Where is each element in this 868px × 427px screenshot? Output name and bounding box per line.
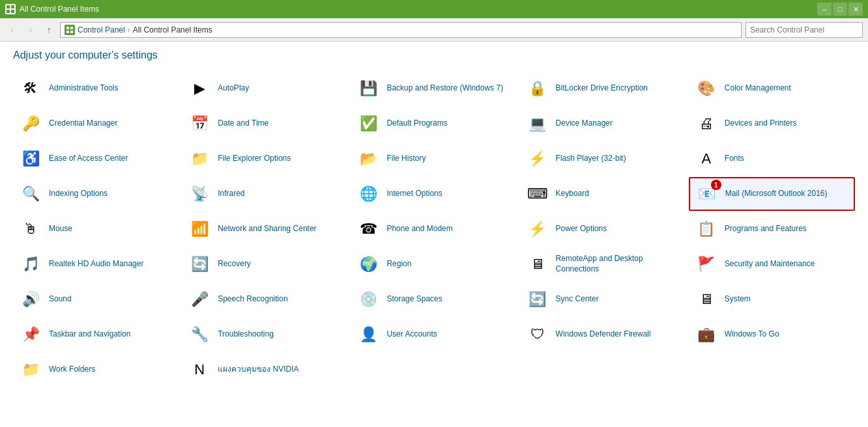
cp-item-realtek[interactable]: 🎵Realtek HD Audio Manager	[13, 247, 179, 281]
cp-label-fonts: Fonts	[725, 154, 744, 164]
cp-item-default-prog[interactable]: ✅Default Programs	[351, 107, 517, 141]
cp-item-troubleshoot[interactable]: 🔧Troubleshooting	[182, 318, 348, 351]
cp-label-autoplay: AutoPlay	[218, 83, 249, 94]
cp-item-keyboard[interactable]: ⌨Keyboard	[520, 177, 686, 211]
svg-rect-3	[11, 10, 14, 13]
cp-label-security: Security and Maintenance	[725, 259, 815, 269]
cp-item-device-mgr[interactable]: 💻Device Manager	[520, 107, 686, 141]
cp-icon-internet-opts: 🌐	[356, 182, 380, 206]
back-button[interactable]: ‹	[5, 23, 20, 37]
cp-item-speech[interactable]: 🎤Speech Recognition	[182, 282, 348, 316]
cp-item-file-history[interactable]: 📂File History	[351, 142, 517, 176]
cp-label-system: System	[725, 294, 751, 305]
cp-label-work-folders: Work Folders	[49, 365, 95, 375]
cp-label-default-prog: Default Programs	[386, 118, 447, 129]
cp-label-speech: Speech Recognition	[218, 294, 287, 305]
cp-item-region[interactable]: 🌍Region	[351, 247, 517, 281]
cp-icon-storage: 💿	[356, 288, 380, 311]
cp-icon-devices-printers: 🖨	[695, 112, 718, 135]
items-grid: 🛠Administrative Tools▶AutoPlay💾Backup an…	[13, 72, 855, 387]
cp-icon-file-explorer: 📁	[188, 147, 211, 171]
cp-item-phone-modem[interactable]: ☎Phone and Modem	[351, 212, 517, 246]
cp-item-ease-access[interactable]: ♿Ease of Access Center	[13, 142, 179, 176]
cp-label-windows-defender: Windows Defender Firewall	[556, 329, 651, 340]
cp-icon-work-folders: 📁	[19, 358, 42, 381]
cp-icon-autoplay: ▶	[188, 77, 211, 100]
cp-label-file-explorer: File Explorer Options	[218, 154, 291, 164]
cp-item-user-accts[interactable]: 👤User Accounts	[351, 318, 517, 351]
cp-icon-admin-tools: 🛠	[19, 77, 42, 100]
cp-icon-credential: 🔑	[19, 112, 42, 135]
cp-icon-speech: 🎤	[188, 288, 211, 311]
cp-item-backup[interactable]: 💾Backup and Restore (Windows 7)	[351, 72, 517, 105]
svg-rect-0	[7, 5, 10, 8]
cp-item-work-folders[interactable]: 📁Work Folders	[13, 353, 179, 387]
cp-item-internet-opts[interactable]: 🌐Internet Options	[351, 177, 517, 211]
cp-item-indexing[interactable]: 🔍Indexing Options	[13, 177, 179, 211]
cp-label-file-history: File History	[386, 154, 426, 164]
cp-label-power: Power Options	[556, 224, 607, 234]
breadcrumb-sep: ›	[128, 25, 130, 34]
cp-label-color-mgmt: Color Management	[725, 83, 791, 94]
svg-rect-5	[70, 27, 73, 29]
cp-icon-file-history: 📂	[356, 147, 380, 171]
cp-label-network: Network and Sharing Center	[218, 224, 316, 234]
cp-label-taskbar: Taskbar and Navigation	[49, 329, 130, 340]
cp-icon-region: 🌍	[356, 253, 380, 276]
svg-rect-6	[66, 31, 69, 33]
maximize-button[interactable]: □	[833, 3, 847, 16]
cp-icon-infrared: 📡	[188, 182, 211, 206]
cp-item-file-explorer[interactable]: 📁File Explorer Options	[182, 142, 348, 176]
cp-icon-ease-access: ♿	[19, 147, 42, 171]
cp-item-windows-defender[interactable]: 🛡Windows Defender Firewall	[520, 318, 686, 351]
cp-item-color-mgmt[interactable]: 🎨Color Management	[689, 72, 855, 105]
cp-item-recovery[interactable]: 🔄Recovery	[182, 247, 348, 281]
cp-item-windows-to-go[interactable]: 💼Windows To Go	[689, 318, 855, 351]
forward-button[interactable]: ›	[23, 23, 38, 37]
cp-icon-user-accts: 👤	[356, 323, 380, 346]
cp-icon-phone-modem: ☎	[356, 217, 380, 241]
cp-icon-sound: 🔊	[19, 288, 42, 311]
cp-item-infrared[interactable]: 📡Infrared	[182, 177, 348, 211]
cp-icon-realtek: 🎵	[19, 253, 42, 276]
cp-item-nvidia[interactable]: Nแผงควบคุมของ NVIDIA	[182, 353, 348, 387]
cp-icon-windows-to-go: 💼	[695, 323, 718, 346]
cp-item-mail[interactable]: 📧1Mail (Microsoft Outlook 2016)	[689, 177, 855, 211]
close-button[interactable]: ✕	[848, 3, 863, 16]
cp-icon-security: 🚩	[695, 253, 718, 276]
cp-item-sound[interactable]: 🔊Sound	[13, 282, 179, 316]
cp-item-credential[interactable]: 🔑Credential Manager	[13, 107, 179, 141]
cp-icon-flash: ⚡	[526, 147, 549, 171]
cp-item-admin-tools[interactable]: 🛠Administrative Tools	[13, 72, 179, 105]
minimize-button[interactable]: –	[817, 3, 832, 16]
cp-item-autoplay[interactable]: ▶AutoPlay	[182, 72, 348, 105]
cp-item-programs[interactable]: 📋Programs and Features	[689, 212, 855, 246]
cp-icon-keyboard: ⌨	[526, 182, 549, 206]
svg-rect-4	[66, 27, 69, 29]
cp-item-remote[interactable]: 🖥RemoteApp and Desktop Connections	[520, 247, 686, 281]
cp-icon-device-mgr: 💻	[526, 112, 549, 135]
cp-item-system[interactable]: 🖥System	[689, 282, 855, 316]
cp-item-sync[interactable]: 🔄Sync Center	[520, 282, 686, 316]
cp-item-datetime[interactable]: 📅Date and Time	[182, 107, 348, 141]
breadcrumb-cp[interactable]: Control Panel	[78, 25, 125, 34]
breadcrumb: Control Panel › All Control Panel Items	[60, 22, 742, 38]
cp-label-mouse: Mouse	[49, 224, 72, 234]
svg-rect-1	[11, 5, 14, 8]
cp-label-mail: Mail (Microsoft Outlook 2016)	[725, 189, 828, 199]
search-input[interactable]	[745, 22, 863, 38]
cp-item-bitlocker[interactable]: 🔒BitLocker Drive Encryption	[520, 72, 686, 105]
cp-item-storage[interactable]: 💿Storage Spaces	[351, 282, 517, 316]
cp-item-taskbar[interactable]: 📌Taskbar and Navigation	[13, 318, 179, 351]
cp-item-devices-printers[interactable]: 🖨Devices and Printers	[689, 107, 855, 141]
cp-icon-mail: 📧1	[695, 182, 719, 206]
cp-label-user-accts: User Accounts	[386, 329, 437, 340]
cp-item-fonts[interactable]: AFonts	[689, 142, 855, 176]
cp-item-power[interactable]: ⚡Power Options	[520, 212, 686, 246]
up-button[interactable]: ↑	[42, 23, 56, 37]
cp-item-network[interactable]: 📶Network and Sharing Center	[182, 212, 348, 246]
cp-label-remote: RemoteApp and Desktop Connections	[556, 254, 680, 274]
cp-item-flash[interactable]: ⚡Flash Player (32-bit)	[520, 142, 686, 176]
cp-item-mouse[interactable]: 🖱Mouse	[13, 212, 179, 246]
cp-item-security[interactable]: 🚩Security and Maintenance	[689, 247, 855, 281]
